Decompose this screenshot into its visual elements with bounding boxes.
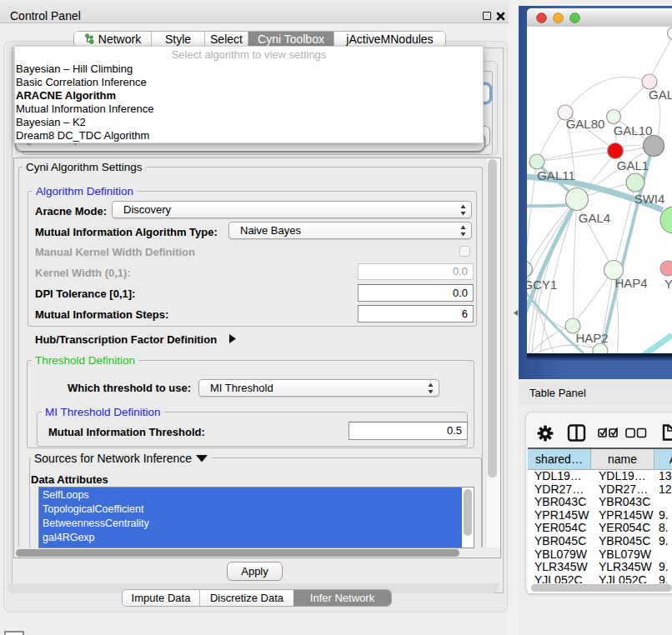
svg-text:GAL80: GAL80 xyxy=(566,117,605,131)
svg-text:GAL11: GAL11 xyxy=(537,168,575,182)
svg-text:SWI4: SWI4 xyxy=(634,192,665,206)
svg-text:HAP2: HAP2 xyxy=(575,331,608,345)
svg-text:GAL1: GAL1 xyxy=(617,158,649,172)
svg-text:GCY1: GCY1 xyxy=(527,278,557,292)
svg-text:HAP4: HAP4 xyxy=(614,276,647,290)
svg-text:GAL10: GAL10 xyxy=(614,123,653,138)
svg-text:YM: YM xyxy=(664,277,672,291)
svg-text:GAL7: GAL7 xyxy=(649,88,672,102)
svg-text:GAL4: GAL4 xyxy=(579,211,610,225)
